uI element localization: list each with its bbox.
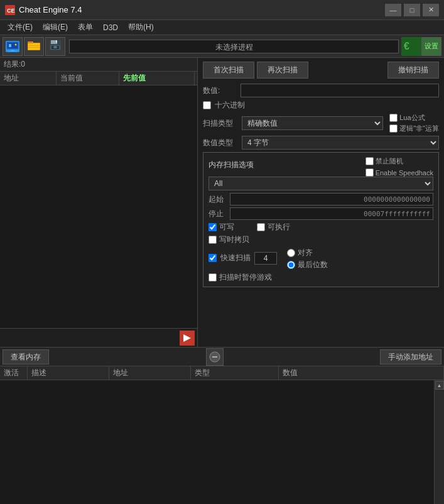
scan-type-label: 扫描类型 bbox=[203, 118, 239, 129]
pause-game-checkbox[interactable] bbox=[208, 273, 217, 282]
hex-label: 十六进制 bbox=[215, 100, 245, 111]
svg-marker-21 bbox=[183, 334, 191, 342]
bottom-bar: 查看内存 手动添加地址 bbox=[0, 347, 444, 366]
mem-scan-select[interactable]: All bbox=[208, 177, 433, 190]
menu-form[interactable]: 表单 bbox=[73, 21, 98, 34]
col-description-header: 描述 bbox=[28, 366, 109, 380]
right-panel: 首次扫描 再次扫描 撤销扫描 数值: 十六进制 扫描类型 精确数值 Lua公式 bbox=[198, 58, 444, 347]
copy-on-write-checkbox[interactable] bbox=[208, 236, 217, 244]
fast-scan-input[interactable] bbox=[254, 252, 277, 265]
logic-label: 逻辑"非"运算 bbox=[399, 124, 439, 133]
view-memory-button[interactable]: 查看内存 bbox=[3, 349, 49, 364]
scroll-up-arrow[interactable]: ▲ bbox=[435, 381, 444, 390]
stop-addr-row: 停止 bbox=[208, 207, 433, 220]
toolbar-btn-save[interactable] bbox=[45, 37, 65, 56]
start-address-input[interactable] bbox=[230, 193, 433, 205]
speedhack-label: Enable Speedhack bbox=[376, 169, 433, 177]
scrollbar[interactable]: ▲ bbox=[434, 380, 444, 504]
writable-label: 可写 bbox=[219, 222, 234, 233]
lower-area: 激活 描述 地址 类型 数值 ▲ bbox=[0, 366, 444, 504]
value-type-label: 数值类型 bbox=[203, 138, 239, 148]
fast-scan-label: 快速扫描 bbox=[220, 253, 251, 263]
menu-help[interactable]: 帮助(H) bbox=[123, 21, 159, 34]
last-digit-radio[interactable] bbox=[287, 261, 295, 269]
window-title: Cheat Engine 7.4 bbox=[19, 5, 385, 14]
svg-rect-12 bbox=[28, 47, 40, 48]
fast-scan-row: 快速扫描 bbox=[208, 252, 277, 265]
undo-scan-button[interactable]: 撤销扫描 bbox=[387, 62, 439, 79]
hex-checkbox[interactable] bbox=[203, 101, 211, 109]
svg-rect-15 bbox=[56, 40, 57, 43]
first-scan-button[interactable]: 首次扫描 bbox=[203, 62, 254, 79]
next-scan-button[interactable]: 再次扫描 bbox=[257, 62, 308, 79]
last-digit-radio-item: 最后位数 bbox=[287, 260, 328, 270]
value-type-row: 数值类型 4 字节 bbox=[203, 136, 439, 150]
lua-checkbox[interactable] bbox=[389, 114, 398, 122]
mem-scan-title: 内存扫描选项 bbox=[208, 160, 254, 170]
app-icon: CE bbox=[5, 5, 15, 15]
value-label: 数值: bbox=[203, 85, 241, 96]
logic-checkbox[interactable] bbox=[389, 124, 398, 133]
lower-list[interactable]: ▲ bbox=[0, 380, 444, 504]
menu-file[interactable]: 文件(E) bbox=[3, 21, 38, 34]
writable-checkbox[interactable] bbox=[208, 223, 217, 231]
hex-checkbox-row: 十六进制 bbox=[203, 100, 439, 111]
stop-random-label: 禁止随机 bbox=[376, 156, 403, 166]
add-address-button[interactable]: 手动添加地址 bbox=[380, 349, 441, 364]
results-list[interactable] bbox=[0, 85, 197, 328]
minimize-button[interactable]: — bbox=[385, 4, 401, 16]
scan-buttons-row: 首次扫描 再次扫描 撤销扫描 bbox=[203, 62, 439, 79]
process-name-display[interactable]: 未选择进程 bbox=[69, 40, 399, 53]
value-input[interactable] bbox=[241, 84, 439, 97]
value-type-select[interactable]: 4 字节 bbox=[242, 136, 439, 150]
window-controls: — □ ✕ bbox=[385, 4, 439, 16]
col-type-header: 类型 bbox=[191, 366, 279, 380]
svg-rect-10 bbox=[28, 43, 40, 50]
folder-open-icon bbox=[27, 40, 41, 53]
align-radio-item: 对齐 bbox=[287, 248, 328, 258]
move-to-list-button[interactable] bbox=[180, 331, 195, 346]
pause-game-label: 扫描时暂停游戏 bbox=[219, 272, 272, 283]
stop-label: 停止 bbox=[208, 209, 226, 219]
menu-d3d[interactable]: D3D bbox=[98, 22, 123, 33]
svg-rect-6 bbox=[9, 44, 11, 47]
svg-rect-11 bbox=[28, 45, 40, 46]
scan-type-row: 扫描类型 精确数值 Lua公式 逻辑"非"运算 bbox=[203, 113, 439, 133]
col-address-lower-header: 地址 bbox=[109, 366, 191, 380]
toolbar-btn-open[interactable] bbox=[24, 37, 44, 56]
stop-address-input[interactable] bbox=[230, 207, 433, 220]
main-area: 结果:0 地址 当前值 先前值 首次扫描 再次扫描 撤销扫描 数值: bbox=[0, 58, 444, 347]
col-value-header: 数值 bbox=[279, 366, 444, 380]
bottom-center bbox=[49, 348, 380, 366]
list-header: 地址 当前值 先前值 bbox=[0, 72, 197, 85]
executable-checkbox[interactable] bbox=[257, 223, 265, 231]
svg-rect-4 bbox=[11, 50, 14, 51]
toolbar-btn-monitor[interactable] bbox=[3, 37, 23, 56]
left-panel: 结果:0 地址 当前值 先前值 bbox=[0, 58, 198, 347]
svg-point-18 bbox=[53, 46, 57, 48]
writable-checkbox-item: 可写 bbox=[208, 222, 249, 233]
settings-button[interactable]: 设置 bbox=[421, 37, 441, 56]
save-icon bbox=[48, 40, 62, 53]
svg-text:CE: CE bbox=[7, 8, 15, 14]
svg-rect-5 bbox=[9, 51, 16, 52]
close-button[interactable]: ✕ bbox=[423, 4, 439, 16]
copy-on-write-label: 写时拷贝 bbox=[219, 234, 249, 245]
menu-edit[interactable]: 编辑(E) bbox=[38, 21, 73, 34]
fast-scan-checkbox[interactable] bbox=[208, 254, 217, 262]
svg-point-7 bbox=[15, 43, 17, 45]
mem-scan-box: 内存扫描选项 禁止随机 Enable Speedhack All 起始 bbox=[203, 152, 439, 287]
align-radio[interactable] bbox=[287, 249, 295, 257]
maximize-button[interactable]: □ bbox=[404, 4, 420, 16]
col-address-header: 地址 bbox=[0, 72, 57, 85]
executable-label: 可执行 bbox=[268, 222, 290, 233]
speedhack-checkbox[interactable] bbox=[365, 168, 374, 177]
copy-on-write-checkbox-item: 写时拷贝 bbox=[208, 234, 249, 245]
title-bar: CE Cheat Engine 7.4 — □ ✕ bbox=[0, 0, 444, 20]
value-row: 数值: bbox=[203, 84, 439, 97]
scan-type-select[interactable]: 精确数值 bbox=[242, 116, 383, 130]
delete-button[interactable] bbox=[206, 348, 224, 366]
col-active-header: 激活 bbox=[0, 366, 28, 380]
stop-random-checkbox[interactable] bbox=[365, 157, 374, 165]
pause-game-checkbox-item: 扫描时暂停游戏 bbox=[208, 272, 433, 283]
